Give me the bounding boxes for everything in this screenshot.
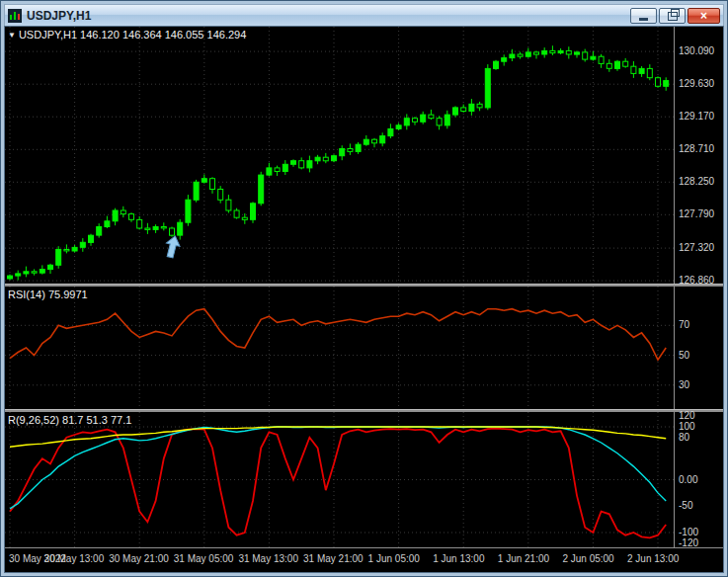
axis-tick-label: -100 bbox=[679, 527, 698, 537]
buy-arrow-annotation[interactable] bbox=[163, 234, 182, 259]
axis-tick-label: 50 bbox=[679, 350, 689, 361]
axis-tick-label: 100 bbox=[679, 421, 695, 432]
chart-info-label: ▼USDJPY,H1 146.120 146.364 146.055 146.2… bbox=[8, 29, 246, 41]
minimize-icon bbox=[639, 18, 648, 21]
time-tick-label: 1 Jun 13:00 bbox=[433, 553, 484, 564]
oscillator-axis[interactable]: 120100800.00-50-100-120 bbox=[674, 412, 723, 547]
axis-tick-label: 129.170 bbox=[679, 111, 714, 122]
window-controls: × bbox=[630, 8, 720, 24]
time-tick-label: 1 Jun 05:00 bbox=[368, 553, 420, 564]
axis-tick-label: 80 bbox=[679, 432, 689, 443]
time-tick-label: 31 May 13:00 bbox=[238, 553, 298, 564]
close-button[interactable]: × bbox=[688, 8, 720, 24]
app-icon bbox=[8, 9, 22, 23]
close-icon: × bbox=[700, 10, 707, 22]
grid bbox=[5, 287, 674, 409]
axis-tick-label: 128.250 bbox=[679, 176, 714, 187]
rsi-chart[interactable] bbox=[5, 287, 674, 409]
restore-icon bbox=[668, 12, 678, 21]
time-tick-label: 31 May 21:00 bbox=[303, 553, 364, 564]
oscillator-indicator-label: R(9,26,52) 81.7 51.3 77.1 bbox=[8, 414, 131, 426]
restore-button[interactable] bbox=[659, 8, 686, 24]
indicator-line bbox=[10, 309, 666, 360]
time-tick-label: 30 May 13:00 bbox=[44, 553, 105, 564]
oscillator-chart[interactable] bbox=[5, 412, 674, 547]
axis-tick-label: 128.710 bbox=[679, 143, 714, 154]
axis-tick-label: 70 bbox=[679, 319, 689, 330]
price-axis[interactable]: 130.090129.630129.170128.710128.250127.7… bbox=[674, 27, 723, 284]
time-tick-label: 2 Jun 13:00 bbox=[627, 553, 679, 564]
indicator-line bbox=[10, 429, 666, 538]
axis-tick-label: 130.090 bbox=[679, 45, 714, 56]
symbol-dropdown-icon[interactable]: ▼ bbox=[8, 31, 16, 40]
indicator-line bbox=[10, 427, 666, 509]
time-tick-label: 31 May 05:00 bbox=[174, 553, 234, 564]
candlestick-chart[interactable] bbox=[5, 27, 674, 284]
oscillator-indicator-panel[interactable]: R(9,26,52) 81.7 51.3 77.1 120100800.00-5… bbox=[5, 412, 723, 547]
time-tick-label: 1 Jun 21:00 bbox=[498, 553, 549, 564]
minimize-button[interactable] bbox=[630, 8, 657, 24]
price-chart-panel[interactable]: ▼USDJPY,H1 146.120 146.364 146.055 146.2… bbox=[5, 27, 723, 284]
time-axis[interactable]: 30 May 202230 May 13:0030 May 21:0031 Ma… bbox=[5, 547, 723, 572]
window-titlebar[interactable]: USDJPY,H1 × bbox=[4, 4, 724, 26]
time-tick-label: 30 May 21:00 bbox=[109, 553, 169, 564]
rsi-axis[interactable]: 705030 bbox=[674, 287, 723, 409]
time-tick-label: 2 Jun 05:00 bbox=[562, 553, 613, 564]
rsi-indicator-label: RSI(14) 75.9971 bbox=[8, 288, 88, 300]
axis-tick-label: 127.320 bbox=[679, 242, 714, 253]
axis-tick-label: 126.860 bbox=[679, 275, 714, 286]
ohlc-info-text: USDJPY,H1 146.120 146.364 146.055 146.29… bbox=[19, 29, 246, 41]
axis-tick-label: 127.790 bbox=[679, 208, 714, 219]
axis-tick-label: -50 bbox=[679, 500, 692, 511]
axis-tick-label: 129.630 bbox=[679, 78, 714, 89]
candles bbox=[8, 45, 669, 280]
chart-window: USDJPY,H1 × ▼USDJPY,H1 146.120 146.364 1… bbox=[0, 0, 728, 577]
axis-tick-label: 0.00 bbox=[679, 474, 697, 485]
window-title: USDJPY,H1 bbox=[27, 9, 91, 23]
axis-tick-label: 30 bbox=[679, 379, 689, 390]
rsi-indicator-panel[interactable]: RSI(14) 75.9971 705030 bbox=[5, 287, 723, 409]
chart-frame: ▼USDJPY,H1 146.120 146.364 146.055 146.2… bbox=[4, 26, 724, 573]
axis-tick-label: 120 bbox=[679, 410, 695, 421]
